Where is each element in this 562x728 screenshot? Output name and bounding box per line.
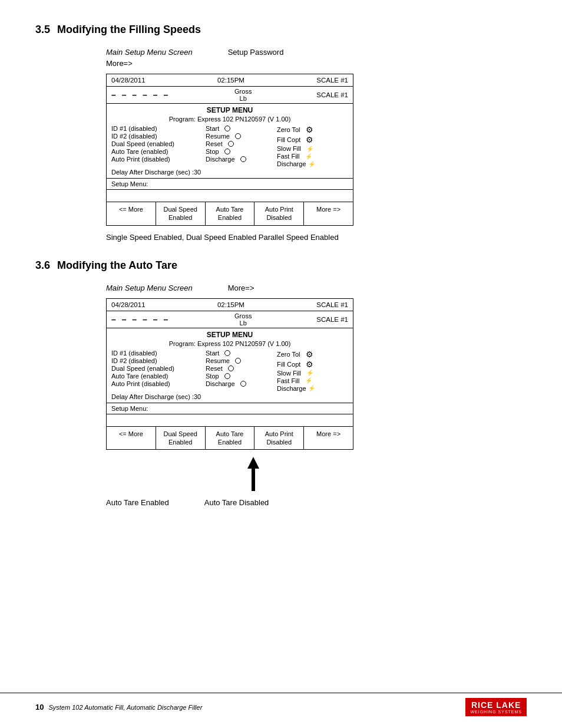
- circle-stop-35: [224, 149, 230, 154]
- menu-mid-35: Start Resume Reset Stop Discharge: [206, 125, 277, 167]
- section-35-heading: 3.5 Modifying the Filling Speeds: [35, 24, 527, 36]
- buttons-row-35: <= More Dual SpeedEnabled Auto TareEnabl…: [107, 202, 353, 225]
- screen-box-35: 04/28/2011 02:15PM SCALE #1 – – – – – – …: [106, 74, 353, 226]
- menu-row-id1-35: ID #1 (disabled): [111, 125, 206, 132]
- program-line-35: Program: Express 102 PN120597 (V 1.00): [111, 116, 348, 123]
- menu-right-discharge-36: Discharge⚡: [277, 385, 348, 392]
- btn-dualspeed-35[interactable]: Dual SpeedEnabled: [156, 202, 206, 225]
- circle-reset-36: [228, 365, 234, 371]
- section-36-heading: 3.6 Modifying the Auto Tare: [35, 259, 527, 272]
- spacer-36: [107, 414, 353, 426]
- caption-35: Single Speed Enabled, Dual Speed Enabled…: [106, 233, 527, 242]
- scale1b-35: SCALE #1: [316, 91, 348, 98]
- footer-description: System 102 Automatic Fill, Automatic Dis…: [48, 704, 202, 711]
- icon-discharge-36: ⚡: [308, 385, 315, 391]
- menu-right-fillcopt-36: Fill Copt ⚙: [277, 360, 348, 369]
- menu-row-autotare-36: Auto Tare (enabled): [111, 373, 206, 380]
- menu-left-35: ID #1 (disabled) ID #2 (disabled) Dual S…: [111, 125, 206, 167]
- buttons-row-36: <= More Dual SpeedEnabled Auto TareEnabl…: [107, 426, 353, 450]
- scale1b-36: SCALE #1: [316, 316, 348, 323]
- icon-fastfill-36: ⚡: [305, 377, 312, 384]
- screen-scale-35: SCALE #1: [316, 77, 348, 84]
- arrow-up-svg: [242, 457, 265, 492]
- menu-content-36: ID #1 (disabled) ID #2 (disabled) Dual S…: [111, 350, 348, 392]
- btn-dualspeed-36[interactable]: Dual SpeedEnabled: [156, 427, 206, 450]
- btn-more-left-36[interactable]: <= More: [107, 427, 156, 450]
- screen-gross-35: – – – – – – Gross Lb SCALE #1: [107, 87, 353, 104]
- menu-row-id2-36: ID #2 (disabled): [111, 357, 206, 364]
- caption-text-35: Single Speed Enabled, Dual Speed Enabled…: [106, 233, 339, 242]
- svg-rect-1: [252, 469, 255, 491]
- btn-autotare-35[interactable]: Auto TareEnabled: [206, 202, 255, 225]
- instruction-value-1: Setup Password: [228, 48, 284, 57]
- circle-start-35: [224, 126, 230, 131]
- section-35: 3.5 Modifying the Filling Speeds Main Se…: [35, 24, 527, 242]
- circle-stop-36: [224, 373, 230, 379]
- screen-date-36: 04/28/2011: [111, 301, 146, 308]
- menu-mid-resume-36: Resume: [206, 357, 277, 364]
- menu-mid-stop-36: Stop: [206, 373, 277, 380]
- footer-page-number: 10: [35, 703, 44, 711]
- instruction-label-36: Main Setup Menu Screen: [106, 284, 193, 292]
- menu-mid-36: Start Resume Reset Stop Discharge: [206, 350, 277, 392]
- btn-more-right-36[interactable]: More =>: [304, 427, 353, 450]
- menu-mid-reset-36: Reset: [206, 365, 277, 372]
- section-35-title: Modifying the Filling Speeds: [57, 24, 201, 36]
- icon-slowfill-35: ⚡: [306, 146, 313, 152]
- menu-right-discharge-35: Discharge⚡: [277, 160, 348, 167]
- instruction-line-1: Main Setup Menu Screen Setup Password: [106, 48, 527, 57]
- menu-row-autoprint-35: Auto Print (disabled): [111, 156, 206, 163]
- btn-autoprint-36[interactable]: Auto PrintDisabled: [254, 427, 304, 450]
- instruction-value-36: More=>: [228, 284, 254, 292]
- circle-discharge-36: [240, 381, 246, 387]
- screen-date-35: 04/28/2011: [111, 77, 146, 84]
- page: 3.5 Modifying the Filling Speeds Main Se…: [0, 0, 562, 728]
- svg-marker-0: [247, 457, 259, 469]
- icon-discharge-35: ⚡: [308, 161, 315, 167]
- menu-mid-reset-35: Reset: [206, 140, 277, 147]
- delay-row-35: Delay After Discharge (sec) :30: [111, 169, 348, 176]
- caption-left-36: Auto Tare Enabled: [106, 498, 169, 507]
- instruction-more-1: More=>: [106, 59, 527, 68]
- circle-reset-35: [228, 141, 234, 147]
- caption-right-36: Auto Tare Disabled: [204, 498, 269, 507]
- screen-header-35: 04/28/2011 02:15PM SCALE #1: [107, 74, 353, 87]
- screen-gross-36: – – – – – – Gross Lb SCALE #1: [107, 311, 353, 328]
- btn-autotare-36[interactable]: Auto TareEnabled: [206, 427, 255, 450]
- menu-row-id1-36: ID #1 (disabled): [111, 350, 206, 357]
- caption-36: Auto Tare Enabled Auto Tare Disabled: [106, 498, 527, 507]
- screen-time-35: 02:15PM: [217, 77, 244, 84]
- btn-more-left-35[interactable]: <= More: [107, 202, 156, 225]
- footer-left: 10 System 102 Automatic Fill, Automatic …: [35, 703, 202, 711]
- section-36: 3.6 Modifying the Auto Tare Main Setup M…: [35, 259, 527, 508]
- icon-fillcopt-35: ⚙: [306, 135, 313, 144]
- btn-more-right-35[interactable]: More =>: [304, 202, 353, 225]
- menu-mid-start-35: Start: [206, 125, 277, 132]
- instruction-line-36: Main Setup Menu Screen More=>: [106, 284, 527, 292]
- menu-left-36: ID #1 (disabled) ID #2 (disabled) Dual S…: [111, 350, 206, 392]
- delay-row-36: Delay After Discharge (sec) :30: [111, 393, 348, 400]
- screen-scale-36: SCALE #1: [316, 301, 348, 308]
- btn-autoprint-35[interactable]: Auto PrintDisabled: [254, 202, 304, 225]
- menu-right-fastfill-36: Fast Fill ⚡: [277, 377, 348, 384]
- logo-sub: WEIGHING SYSTEMS: [470, 710, 522, 714]
- icon-slowfill-36: ⚡: [306, 370, 313, 376]
- dashes-36: – – – – – –: [111, 315, 170, 324]
- section-35-number: 3.5: [35, 24, 50, 36]
- menu-right-fastfill-35: Fast Fill ⚡: [277, 153, 348, 160]
- menu-row-dualspeed-35: Dual Speed (enabled): [111, 140, 206, 147]
- menu-mid-discharge-35: Discharge: [206, 156, 277, 163]
- menu-right-35: Zero Tol ⚙ Fill Copt ⚙ Slow Fill ⚡ Fast …: [277, 125, 348, 167]
- icon-fastfill-35: ⚡: [305, 153, 312, 160]
- rice-lake-logo: RICE LAKE WEIGHING SYSTEMS: [465, 698, 527, 716]
- icon-fillcopt-36: ⚙: [306, 360, 313, 369]
- section-36-title: Modifying the Auto Tare: [57, 259, 177, 272]
- dashes-35: – – – – – –: [111, 90, 170, 100]
- menu-content-35: ID #1 (disabled) ID #2 (disabled) Dual S…: [111, 125, 348, 167]
- icon-zerotol-36: ⚙: [306, 350, 313, 359]
- setup-menu-label-35: Setup Menu:: [107, 179, 353, 190]
- menu-right-zerotol-35: Zero Tol ⚙: [277, 125, 348, 134]
- menu-row-dualspeed-36: Dual Speed (enabled): [111, 365, 206, 372]
- menu-right-zerotol-36: Zero Tol ⚙: [277, 350, 348, 359]
- menu-row-autoprint-36: Auto Print (disabled): [111, 380, 206, 387]
